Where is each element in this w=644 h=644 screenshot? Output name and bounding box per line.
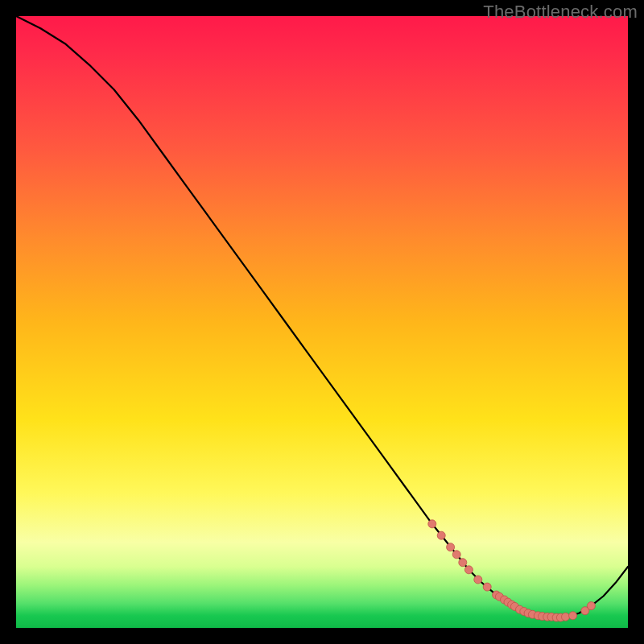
plot-overlay-svg [16,16,628,628]
data-marker [587,602,595,610]
data-marker [447,543,455,551]
data-marker [452,551,460,559]
data-marker [562,613,570,621]
marker-cluster [428,520,596,621]
bottleneck-curve [16,16,628,617]
data-marker [428,520,436,528]
chart-stage: TheBottleneck.com [0,0,644,644]
watermark-label: TheBottleneck.com [483,2,638,23]
data-marker [459,559,467,567]
gradient-plot-area [16,16,628,628]
data-marker [437,531,445,539]
data-marker [483,583,491,591]
data-marker [464,566,473,574]
data-marker [474,576,482,584]
data-marker [569,612,577,620]
